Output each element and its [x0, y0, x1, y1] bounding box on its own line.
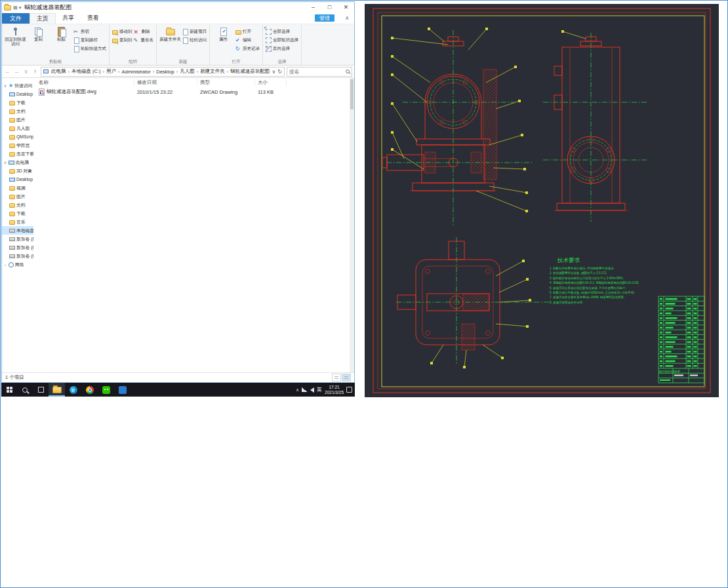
tab-file[interactable]: 文件 — [2, 13, 30, 24]
details-view-button[interactable] — [332, 374, 341, 382]
paste-button[interactable]: 粘贴 — [51, 26, 72, 41]
edit-button[interactable]: 编辑 — [235, 37, 260, 44]
file-row[interactable]: 蜗轮减速器装配图.dwg 2010/1/15 23:22 ZWCAD Drawi… — [36, 87, 354, 96]
column-name[interactable]: 名称 — [36, 79, 134, 86]
task-view-button[interactable] — [33, 383, 49, 397]
refresh-icon[interactable] — [277, 69, 282, 75]
properties-button[interactable]: 属性 — [212, 26, 234, 41]
sidebar-item-volume-d[interactable]: 新加卷 (D:) — [2, 235, 33, 243]
tray-expand-icon[interactable]: ∧ — [296, 387, 299, 393]
volume-tray-icon[interactable] — [310, 387, 314, 393]
sidebar-item-volume-e[interactable]: 新加卷 (E:) — [2, 243, 33, 252]
column-type[interactable]: 类型 — [197, 79, 255, 86]
navigation-pane: 快速访问 Desktop 下载 文档 图片 凡人图 QMScript 学而思 迅… — [2, 78, 33, 372]
cad-drawing-viewport[interactable]: 技术要求 1. 装配前所有零件进行清洗, 滚动轴承用汽油清洗; 2. 啮合侧隙用… — [365, 4, 719, 397]
close-button[interactable] — [338, 2, 354, 13]
crumb-this-pc[interactable]: 此电脑 — [50, 68, 68, 75]
breadcrumb[interactable]: 此电脑 本地磁盘 (C:) 用户 Administrator Desktop 凡… — [41, 67, 285, 77]
folder-icon — [9, 152, 15, 157]
delete-button[interactable]: 删除 — [134, 28, 154, 35]
sidebar-item-pc-pictures[interactable]: 图片 — [2, 192, 33, 201]
action-center-icon[interactable] — [346, 387, 352, 393]
up-button[interactable] — [31, 68, 39, 75]
quick-access-icon — [9, 83, 13, 88]
address-dropdown-icon[interactable] — [272, 69, 275, 75]
crumb-disk-c[interactable]: 本地磁盘 (C:) — [70, 68, 102, 75]
crumb-folder-2[interactable]: 新建文件夹 — [199, 68, 226, 75]
recent-locations-icon[interactable] — [22, 68, 30, 75]
pin-to-quick-access-button[interactable]: 固定到快速访问 — [5, 26, 26, 47]
scrollbar-thumb[interactable] — [350, 79, 354, 109]
sidebar-item-fanrentu[interactable]: 凡人图 — [2, 124, 33, 132]
copy-path-button[interactable]: 复制路径 — [73, 37, 106, 44]
collapse-ribbon-icon[interactable] — [345, 15, 349, 21]
crumb-current[interactable]: 蜗轮减速器装配图 — [229, 68, 271, 75]
move-to-button[interactable]: 移动到 — [112, 28, 132, 35]
copy-to-button[interactable]: 复制到 — [112, 37, 132, 44]
tab-view[interactable]: 查看 — [81, 13, 106, 24]
forward-button[interactable] — [13, 68, 20, 75]
taskbar-wechat[interactable] — [98, 383, 114, 397]
sidebar-item-thunder-downloads[interactable]: 迅雷下载 — [2, 149, 33, 158]
taskbar-chrome[interactable] — [81, 383, 98, 397]
open-button[interactable]: 打开 — [235, 28, 260, 35]
search-box[interactable] — [287, 67, 352, 77]
crumb-administrator[interactable]: Administrator — [121, 69, 152, 75]
select-none-button[interactable]: 全部取消选择 — [266, 37, 298, 44]
ime-indicator[interactable]: 英 — [317, 386, 322, 393]
search-input[interactable] — [289, 69, 344, 75]
sidebar-item-xueersi[interactable]: 学而思 — [2, 141, 33, 149]
back-button[interactable] — [4, 68, 11, 75]
cut-button[interactable]: 剪切 — [73, 28, 106, 35]
sidebar-network[interactable]: 网络 — [2, 260, 33, 269]
sidebar-item-qmscript[interactable]: QMScript — [2, 132, 33, 141]
model-space-background — [365, 4, 719, 397]
tab-share[interactable]: 共享 — [56, 13, 81, 24]
crumb-users[interactable]: 用户 — [105, 68, 117, 75]
sidebar-item-desktop[interactable]: Desktop — [2, 90, 33, 98]
ribbon-group-new: 新建文件夹 新建项目 轻松访问 新建 — [157, 25, 210, 65]
paste-shortcut-button[interactable]: 粘贴快捷方式 — [73, 45, 106, 52]
taskbar-code-editor[interactable] — [114, 383, 131, 397]
easy-access-button[interactable]: 轻松访问 — [182, 37, 207, 44]
taskbar-search-button[interactable] — [17, 383, 33, 397]
sidebar-item-local-disk-c[interactable]: 本地磁盘 (C:) — [2, 226, 33, 235]
sidebar-item-documents[interactable]: 文档 — [2, 107, 33, 115]
crumb-desktop[interactable]: Desktop — [155, 69, 176, 75]
sidebar-item-pc-desktop[interactable]: Desktop — [2, 175, 33, 184]
crumb-folder-1[interactable]: 凡人图 — [178, 68, 196, 75]
sidebar-quick-access[interactable]: 快速访问 — [2, 81, 33, 90]
tab-home[interactable]: 主页 — [30, 13, 56, 24]
sidebar-item-volume-f[interactable]: 新加卷 (F:) — [2, 252, 33, 260]
history-button[interactable]: 历史记录 — [235, 45, 260, 52]
invert-selection-button[interactable]: 反向选择 — [266, 45, 298, 52]
quick-access-toolbar[interactable] — [13, 5, 21, 10]
copy-button[interactable]: 复制 — [28, 26, 49, 41]
select-all-button[interactable]: 全部选择 — [266, 28, 298, 35]
taskbar-file-explorer[interactable] — [49, 383, 65, 397]
sidebar-item-downloads[interactable]: 下载 — [2, 98, 33, 107]
sidebar-item-videos[interactable]: 视频 — [2, 184, 33, 192]
sidebar-this-pc[interactable]: 此电脑 — [2, 158, 33, 167]
sidebar-item-pictures[interactable]: 图片 — [2, 115, 33, 124]
sidebar-item-pc-documents[interactable]: 文档 — [2, 201, 33, 209]
rename-button[interactable]: 重命名 — [134, 37, 154, 44]
network-tray-icon[interactable] — [302, 387, 308, 392]
taskbar: ∧ 英 17:21 2021/3/25 — [1, 383, 355, 397]
taskbar-clock[interactable]: 17:21 2021/3/25 — [325, 385, 344, 395]
sidebar-item-music[interactable]: 音乐 — [2, 218, 33, 226]
tab-manage[interactable]: 管理 — [315, 14, 334, 22]
taskbar-edge[interactable] — [65, 383, 81, 397]
start-button[interactable] — [1, 383, 17, 397]
vertical-scrollbar[interactable] — [350, 78, 354, 372]
large-icons-view-button[interactable] — [342, 374, 351, 382]
new-item-button[interactable]: 新建项目 — [182, 28, 207, 35]
column-size[interactable]: 大小 — [255, 79, 287, 86]
maximize-button[interactable] — [321, 2, 338, 13]
column-modified[interactable]: 修改日期 — [134, 79, 197, 86]
sidebar-item-3d-objects[interactable]: 3D 对象 — [2, 167, 33, 175]
minimize-button[interactable] — [305, 2, 321, 13]
edge-icon — [70, 386, 77, 394]
sidebar-item-pc-downloads[interactable]: 下载 — [2, 209, 33, 218]
new-folder-button[interactable]: 新建文件夹 — [159, 26, 181, 41]
